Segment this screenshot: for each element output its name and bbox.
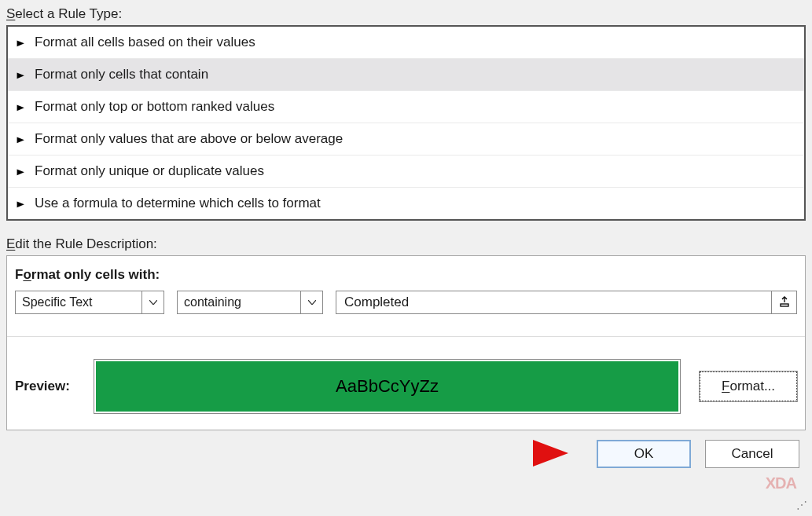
preview-label: Preview: (15, 379, 94, 394)
select-rule-type-label: Select a Rule Type: (6, 6, 806, 22)
rule-type-item[interactable]: ► Format all cells based on their values (8, 27, 804, 59)
criteria-value-text: Completed (336, 291, 771, 313)
bullet-icon: ► (15, 69, 28, 81)
rule-type-label: Format all cells based on their values (35, 35, 255, 50)
preview-row: Preview: AaBbCcYyZz Format... (15, 359, 797, 414)
dialog-button-row: OK Cancel (6, 440, 806, 468)
watermark: XDA (766, 474, 796, 492)
rule-type-item[interactable]: ► Use a formula to determine which cells… (8, 188, 804, 219)
rule-type-list: ► Format all cells based on their values… (6, 25, 806, 221)
preview-box: AaBbCcYyZz (94, 359, 681, 414)
criteria-operator-dropdown[interactable]: containing (177, 291, 323, 314)
criteria-operator-value: containing (178, 294, 248, 311)
format-button[interactable]: Format... (700, 371, 797, 401)
rule-type-label: Use a formula to determine which cells t… (35, 196, 321, 211)
svg-rect-0 (781, 304, 788, 306)
bullet-icon: ► (15, 37, 28, 49)
bullet-icon: ► (15, 198, 28, 210)
bullet-icon: ► (15, 166, 28, 177)
bullet-icon: ► (15, 134, 28, 145)
rule-type-item[interactable]: ► Format only cells that contain (8, 59, 804, 91)
preview-sample: AaBbCcYyZz (96, 361, 678, 412)
range-selector-icon[interactable] (771, 291, 796, 313)
bullet-icon: ► (15, 101, 28, 113)
divider (7, 336, 805, 337)
rule-type-label: Format only cells that contain (35, 67, 208, 82)
rule-description-panel: Format only cells with: Specific Text co… (6, 255, 806, 430)
criteria-type-dropdown[interactable]: Specific Text (15, 291, 164, 314)
rule-type-label: Format only values that are above or bel… (35, 131, 343, 147)
resize-grip-icon[interactable]: ⋰ (796, 499, 807, 511)
chevron-down-icon[interactable] (141, 291, 164, 313)
edit-rule-description-label: Edit the Rule Description: (6, 236, 806, 252)
chevron-down-icon[interactable] (300, 291, 322, 313)
format-only-with-label: Format only cells with: (15, 267, 797, 283)
cancel-button[interactable]: Cancel (705, 440, 799, 468)
rule-type-item[interactable]: ► Format only values that are above or b… (8, 123, 804, 156)
criteria-value-input[interactable]: Completed (336, 291, 797, 314)
rule-type-label: Format only top or bottom ranked values (35, 99, 274, 115)
rule-type-item[interactable]: ► Format only top or bottom ranked value… (8, 91, 804, 123)
criteria-row: Specific Text containing Completed (15, 291, 797, 314)
ok-button[interactable]: OK (597, 440, 691, 468)
rule-type-item[interactable]: ► Format only unique or duplicate values (8, 156, 804, 188)
criteria-type-value: Specific Text (16, 294, 99, 311)
annotation-arrow-icon (391, 434, 572, 473)
rule-type-label: Format only unique or duplicate values (35, 163, 264, 179)
